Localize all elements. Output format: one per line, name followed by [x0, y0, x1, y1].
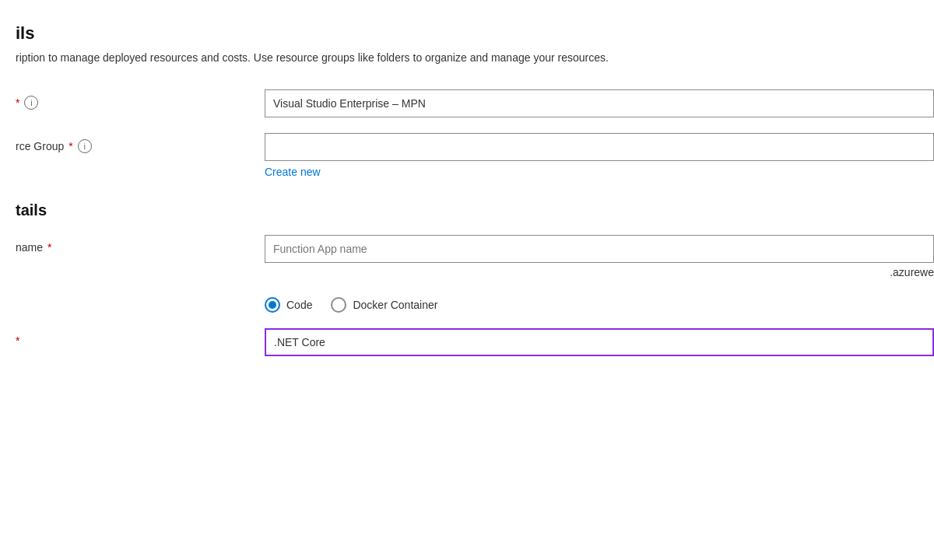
function-name-label: name * [16, 235, 265, 254]
resource-group-control-container: Create new [265, 133, 934, 178]
subscription-input[interactable] [265, 89, 934, 117]
function-name-row: name * .azurewe [16, 235, 934, 278]
create-new-link[interactable]: Create new [265, 166, 321, 178]
section1-title: ils [16, 23, 934, 44]
publish-row: Code Docker Container [16, 294, 934, 313]
publish-code-option[interactable]: Code [265, 297, 312, 313]
project-details-section: ils ription to manage deployed resources… [16, 23, 934, 178]
publish-docker-label: Docker Container [353, 299, 437, 311]
section2-title: tails [16, 201, 934, 219]
runtime-required-star: * [16, 334, 19, 347]
page-container: ils ription to manage deployed resources… [0, 0, 934, 560]
function-name-input[interactable] [265, 235, 934, 263]
publish-radio-group: Code Docker Container [265, 297, 934, 313]
publish-label [16, 294, 265, 300]
subscription-control-container [265, 89, 934, 117]
runtime-row: * [16, 328, 934, 356]
subscription-info-icon[interactable]: i [24, 96, 38, 110]
function-name-label-text: name [16, 241, 43, 254]
subscription-row: * i [16, 89, 934, 117]
publish-code-radio-inner [269, 301, 276, 309]
runtime-input[interactable] [265, 328, 934, 356]
resource-group-label-text: rce Group [16, 140, 64, 152]
runtime-control-container [265, 328, 934, 356]
resource-group-label: rce Group * i [16, 133, 265, 153]
subscription-label: * i [16, 89, 265, 110]
runtime-label: * [16, 328, 265, 347]
function-name-control-container: .azurewe [265, 235, 934, 278]
domain-suffix: .azurewe [265, 266, 934, 278]
resource-group-required-star: * [68, 140, 72, 152]
subscription-required-star: * [16, 96, 19, 109]
function-name-required-star: * [47, 241, 51, 254]
publish-docker-option[interactable]: Docker Container [331, 297, 437, 313]
resource-group-row: rce Group * i Create new [16, 133, 934, 178]
publish-code-radio[interactable] [265, 297, 280, 313]
instance-details-section: tails name * .azurewe [16, 201, 934, 356]
section-description: ription to manage deployed resources and… [16, 50, 911, 66]
resource-group-info-icon[interactable]: i [78, 139, 92, 153]
publish-code-label: Code [286, 299, 312, 311]
publish-docker-radio[interactable] [331, 297, 346, 313]
resource-group-input[interactable] [265, 133, 934, 161]
publish-control-container: Code Docker Container [265, 294, 934, 313]
